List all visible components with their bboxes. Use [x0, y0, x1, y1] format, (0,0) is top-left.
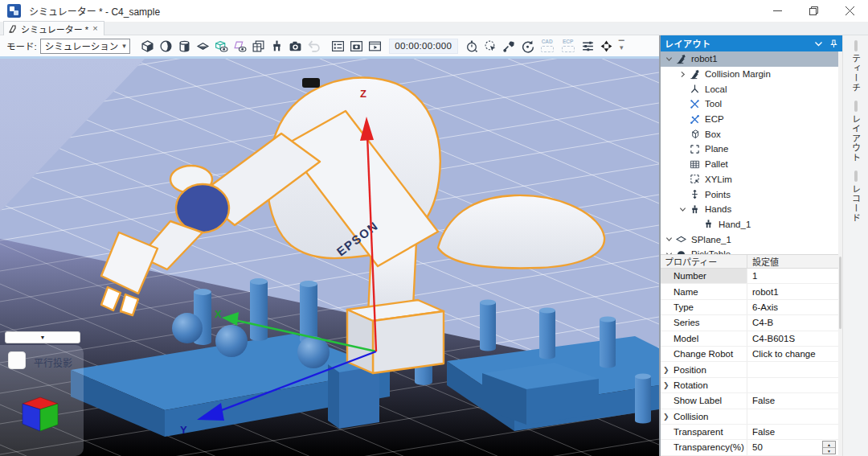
- property-value[interactable]: [747, 362, 838, 376]
- tree-item-splane-1[interactable]: SPlane_1: [661, 232, 838, 247]
- jog-pad-button[interactable]: [597, 37, 616, 55]
- property-value[interactable]: robot1: [747, 284, 838, 298]
- side-tab-ティーチ[interactable]: ティーチ: [850, 40, 862, 92]
- peg[interactable]: [600, 316, 616, 368]
- side-tab-レイアウト[interactable]: レイアウト: [850, 101, 862, 162]
- tree-item-ecp[interactable]: ECP: [661, 112, 838, 127]
- sliders-button[interactable]: [579, 37, 597, 55]
- tree-item-hand-1[interactable]: Hand_1: [661, 217, 838, 232]
- property-row-transparency-[interactable]: Transparency(%)50▲▼: [661, 440, 838, 455]
- tree-chevron-icon[interactable]: [678, 206, 688, 213]
- property-value[interactable]: 1: [747, 269, 838, 283]
- camera-tool[interactable]: [286, 37, 305, 55]
- close-button[interactable]: [832, 0, 868, 23]
- chevron-down-icon[interactable]: [814, 39, 823, 48]
- tree-item-picktable[interactable]: PickTable: [661, 247, 838, 254]
- properties-list-button[interactable]: [329, 37, 347, 55]
- property-row-type[interactable]: Type6-Axis: [661, 300, 838, 315]
- property-row-transparent[interactable]: TransparentFalse: [661, 425, 838, 440]
- properties-header-property: プロパティー: [661, 255, 747, 268]
- tool-settings-button[interactable]: [500, 37, 518, 55]
- pin-icon[interactable]: [829, 39, 838, 48]
- tree-item-pallet[interactable]: Pallet: [661, 157, 838, 172]
- tab-bar: シミュレーター * ×: [0, 23, 868, 35]
- tree-item-label: Tool: [705, 99, 722, 109]
- expand-chevron-icon[interactable]: ❯: [663, 381, 669, 389]
- property-value[interactable]: C4-B601S: [747, 331, 838, 346]
- robot-icon: [674, 53, 687, 64]
- peg[interactable]: [539, 307, 555, 359]
- plane-visibility-tool[interactable]: [231, 37, 249, 55]
- tab-close-icon[interactable]: ×: [92, 24, 97, 33]
- tab-simulator[interactable]: シミュレーター * ×: [3, 21, 104, 35]
- tree-item-label: ECP: [705, 114, 724, 124]
- tree-item-xylim[interactable]: XYLim: [661, 172, 838, 187]
- sphere-part[interactable]: [172, 313, 203, 343]
- video-record-button[interactable]: [366, 37, 384, 55]
- box-visibility-tool[interactable]: [212, 37, 231, 55]
- property-row-number[interactable]: Number1: [661, 269, 838, 284]
- peg[interactable]: [635, 373, 651, 423]
- property-row-position[interactable]: ❯Position: [661, 362, 838, 377]
- property-value[interactable]: [747, 409, 838, 424]
- property-row-name[interactable]: Namerobot1: [661, 284, 838, 299]
- chevron-down-icon: ▾: [122, 42, 126, 50]
- mode-dropdown[interactable]: シミュレーション ▾: [40, 39, 130, 54]
- tree-item-tool[interactable]: Tool: [661, 97, 838, 112]
- click-motion-button[interactable]: [481, 37, 500, 55]
- reset-view-button[interactable]: [518, 37, 537, 55]
- stopwatch-button[interactable]: [463, 37, 481, 55]
- peg[interactable]: [300, 281, 317, 343]
- cylinder-tool[interactable]: [175, 37, 194, 55]
- tree-item-plane[interactable]: Plane: [661, 142, 838, 157]
- snapshot-button[interactable]: [347, 37, 366, 55]
- minimize-button[interactable]: [760, 0, 796, 23]
- property-row-change-robot[interactable]: Change RobotClick to change: [661, 347, 838, 362]
- property-value[interactable]: False: [747, 393, 838, 408]
- property-value[interactable]: False: [747, 425, 838, 439]
- toolbar-overflow-button[interactable]: ▔▾: [619, 43, 624, 50]
- viewport-panel-collapse-button[interactable]: ▼: [5, 331, 80, 343]
- property-value[interactable]: 6-Axis: [747, 300, 838, 314]
- orientation-cube[interactable]: [21, 395, 61, 433]
- ecp-button: ECP: [558, 37, 579, 55]
- hand-tool[interactable]: [268, 37, 286, 55]
- sphere-tool[interactable]: [157, 37, 175, 55]
- property-value[interactable]: [747, 378, 838, 392]
- robot-icon: [688, 68, 701, 80]
- cad-button: CAD: [537, 37, 558, 55]
- tree-chevron-icon[interactable]: [664, 236, 674, 243]
- tree-chevron-icon[interactable]: [678, 71, 688, 78]
- plane-tool[interactable]: [194, 37, 212, 55]
- property-row-collision[interactable]: ❯Collision: [661, 409, 838, 425]
- sphere-part[interactable]: [215, 325, 248, 357]
- peg[interactable]: [250, 278, 268, 341]
- tree-item-robot1[interactable]: robot1: [661, 51, 838, 67]
- value-spinner[interactable]: ▲▼: [822, 441, 836, 454]
- property-value[interactable]: 50▲▼: [747, 440, 838, 454]
- layout-panel-title: レイアウト: [665, 37, 711, 50]
- property-row-show-label[interactable]: Show LabelFalse: [661, 393, 838, 409]
- tree-chevron-icon[interactable]: [664, 55, 674, 63]
- tree-item-collision-margin[interactable]: Collision Margin: [661, 67, 838, 82]
- ecp-icon: [688, 113, 701, 125]
- property-row-rotation[interactable]: ❯Rotation: [661, 378, 838, 393]
- tree-item-box[interactable]: Box: [661, 126, 838, 142]
- box-tool[interactable]: [138, 37, 157, 55]
- tree-item-points[interactable]: Points: [661, 187, 838, 202]
- peg[interactable]: [480, 299, 496, 351]
- property-row-series[interactable]: SeriesC4-B: [661, 315, 838, 331]
- 3d-viewport[interactable]: EPSON X Y Z ▼ 平行投影: [0, 59, 659, 456]
- property-value[interactable]: C4-B: [747, 315, 838, 330]
- side-tab-レコード[interactable]: レコード: [850, 170, 862, 223]
- restore-button[interactable]: [796, 0, 832, 23]
- copy-object-tool[interactable]: [249, 37, 268, 55]
- property-row-model[interactable]: ModelC4-B601S: [661, 331, 838, 347]
- property-value[interactable]: Click to change: [747, 347, 838, 361]
- tree-item-hands[interactable]: Hands: [661, 202, 838, 217]
- expand-chevron-icon[interactable]: ❯: [663, 413, 669, 421]
- tree-item-label: Box: [705, 129, 721, 139]
- parallel-projection-checkbox[interactable]: [8, 351, 26, 369]
- tree-item-local[interactable]: Local: [661, 81, 838, 97]
- expand-chevron-icon[interactable]: ❯: [663, 366, 669, 374]
